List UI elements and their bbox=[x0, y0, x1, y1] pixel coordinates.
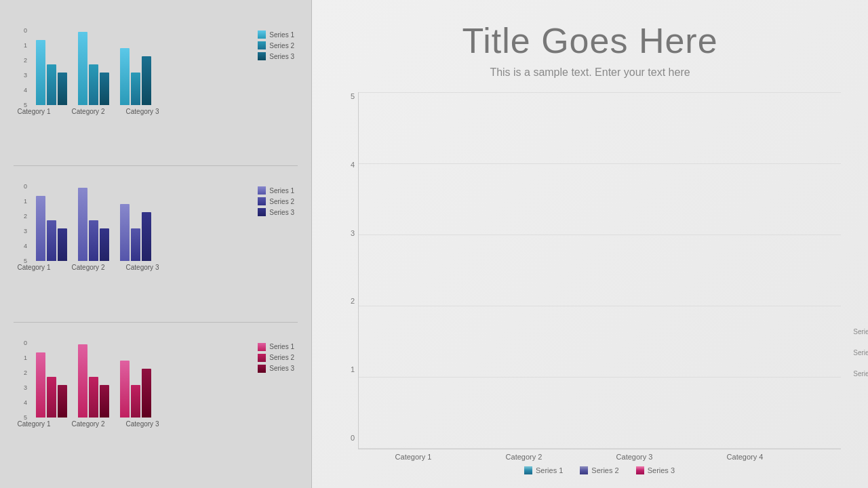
legend-label-pk-s1: Series 1 bbox=[269, 343, 294, 350]
legend-label-p-s1: Series 1 bbox=[269, 187, 294, 195]
bar-pk-c3-s3 bbox=[142, 369, 151, 418]
x-label-t3: Category 3 bbox=[119, 108, 166, 115]
bottom-legend-box-s3 bbox=[636, 466, 644, 474]
legend-label-pk-s2: Series 2 bbox=[269, 354, 294, 361]
bar-p-c3-s1 bbox=[120, 204, 130, 261]
bar-p-c3-s2 bbox=[131, 228, 140, 261]
main-y-2: 2 bbox=[339, 297, 358, 305]
bar-pk-c3-s2 bbox=[131, 385, 140, 418]
main-y-0: 0 bbox=[339, 434, 358, 442]
legend-label-t-s2: Series 2 bbox=[269, 42, 294, 49]
bar-pk-c1-s3 bbox=[58, 385, 67, 418]
x-label-t2: Category 2 bbox=[64, 108, 112, 115]
bar-p-c3-s3 bbox=[142, 212, 151, 261]
bar-p-c1-s1 bbox=[36, 196, 45, 261]
bar-t-c1-s1 bbox=[36, 40, 45, 105]
bar-p-c1-s2 bbox=[47, 220, 56, 261]
main-y-1: 1 bbox=[339, 365, 358, 373]
x-label-t1: Category 1 bbox=[10, 108, 58, 115]
bottom-legend-box-s1 bbox=[524, 466, 532, 474]
bottom-legend-label-s2: Series 2 bbox=[591, 466, 618, 474]
bottom-legend-s2: Series 2 bbox=[580, 466, 618, 474]
bar-t-c1-s2 bbox=[47, 64, 56, 105]
side-legend-s3: Series 3 bbox=[853, 328, 868, 336]
cat-group-4 bbox=[686, 92, 793, 449]
x-label-pk1: Category 1 bbox=[10, 420, 58, 428]
bar-p-c2-s3 bbox=[100, 228, 109, 261]
legend-label-p-s3: Series 3 bbox=[269, 209, 294, 216]
bottom-legend-s1: Series 1 bbox=[524, 466, 563, 474]
cat-group-2 bbox=[473, 92, 580, 449]
main-x-cat4: Category 4 bbox=[690, 453, 800, 461]
bar-t-c2-s2 bbox=[89, 64, 98, 105]
side-legend-s1: Series 1 bbox=[853, 370, 868, 378]
legend-box-t-s3 bbox=[258, 52, 266, 60]
right-panel: Title Goes Here This is a sample text. E… bbox=[312, 0, 868, 488]
x-label-p2: Category 2 bbox=[64, 264, 112, 271]
x-label-p1: Category 1 bbox=[10, 264, 58, 271]
legend-box-p-s3 bbox=[258, 208, 266, 216]
legend-pink: Series 1 Series 2 Series 3 bbox=[258, 343, 294, 373]
bar-p-c2-s1 bbox=[78, 188, 87, 261]
y-axis-teal: 5 4 3 2 1 0 bbox=[14, 27, 27, 108]
x-label-pk2: Category 2 bbox=[64, 420, 112, 428]
bottom-legend-label-s1: Series 1 bbox=[536, 466, 563, 474]
main-x-cat1: Category 1 bbox=[358, 453, 469, 461]
left-panel: 5 4 3 2 1 0 bbox=[0, 0, 312, 488]
bottom-legend-box-s2 bbox=[580, 466, 588, 474]
legend-label-t-s3: Series 3 bbox=[269, 53, 294, 60]
title-section: Title Goes Here This is a sample text. E… bbox=[339, 20, 841, 79]
main-title: Title Goes Here bbox=[339, 20, 841, 61]
bar-p-c2-s2 bbox=[89, 220, 98, 261]
legend-box-t-s2 bbox=[258, 41, 266, 49]
bar-t-c3-s1 bbox=[120, 48, 130, 105]
bottom-legend-s3: Series 3 bbox=[636, 466, 675, 474]
legend-label-p-s2: Series 2 bbox=[269, 198, 294, 205]
bar-pk-c1-s1 bbox=[36, 352, 45, 418]
bottom-legend-label-s3: Series 3 bbox=[648, 466, 675, 474]
bar-pk-c2-s3 bbox=[100, 385, 109, 418]
bar-pk-c2-s1 bbox=[78, 344, 87, 418]
legend-box-pk-s1 bbox=[258, 343, 266, 351]
main-x-cat2: Category 2 bbox=[469, 453, 579, 461]
main-y-5: 5 bbox=[339, 92, 358, 100]
legend-purple: Series 1 Series 2 Series 3 bbox=[258, 186, 294, 216]
main-x-cat3: Category 3 bbox=[579, 453, 690, 461]
main-y-4: 4 bbox=[339, 161, 358, 169]
main-y-3: 3 bbox=[339, 229, 358, 237]
legend-box-p-s2 bbox=[258, 197, 266, 205]
legend-box-pk-s3 bbox=[258, 365, 266, 373]
chart-section-pink: 5 4 3 2 1 0 bbox=[7, 323, 304, 478]
legend-teal: Series 1 Series 2 Series 3 bbox=[258, 30, 294, 60]
bar-pk-c2-s2 bbox=[89, 377, 98, 418]
bar-t-c3-s2 bbox=[131, 73, 140, 105]
legend-label-pk-s3: Series 3 bbox=[269, 365, 294, 372]
x-label-p3: Category 3 bbox=[119, 264, 166, 271]
cat-group-1 bbox=[366, 92, 473, 449]
legend-label-t-s1: Series 1 bbox=[269, 31, 294, 39]
y-axis-pink: 5 4 3 2 1 0 bbox=[14, 340, 27, 421]
bar-pk-c3-s1 bbox=[120, 361, 130, 418]
x-label-pk3: Category 3 bbox=[119, 420, 166, 428]
bar-t-c1-s3 bbox=[58, 73, 67, 105]
bar-t-c2-s3 bbox=[100, 73, 109, 105]
y-axis-purple: 5 4 3 2 1 0 bbox=[14, 183, 27, 264]
legend-box-p-s1 bbox=[258, 186, 266, 195]
subtitle: This is a sample text. Enter your text h… bbox=[339, 66, 841, 79]
cat-group-3 bbox=[580, 92, 687, 449]
bar-t-c3-s3 bbox=[142, 56, 151, 105]
legend-box-t-s1 bbox=[258, 30, 266, 39]
bar-p-c1-s3 bbox=[58, 228, 67, 261]
chart-section-purple: 5 4 3 2 1 0 bbox=[7, 166, 304, 321]
side-legend-s2: Series 2 bbox=[853, 349, 868, 357]
bar-pk-c1-s2 bbox=[47, 377, 56, 418]
bottom-legend: Series 1 Series 2 Series 3 bbox=[358, 461, 841, 474]
chart-section-teal: 5 4 3 2 1 0 bbox=[7, 10, 304, 165]
legend-box-pk-s2 bbox=[258, 354, 266, 362]
bar-t-c2-s1 bbox=[78, 32, 87, 105]
